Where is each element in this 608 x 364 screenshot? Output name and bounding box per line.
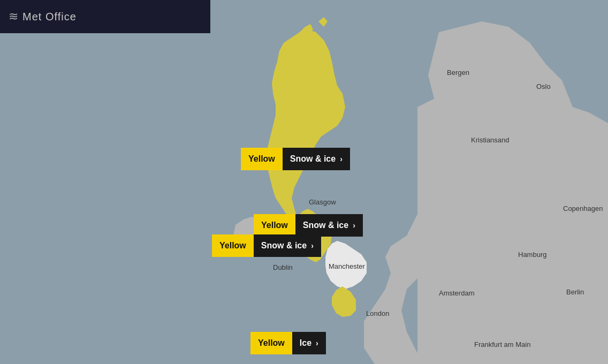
warning-2[interactable]: YellowSnow & ice › bbox=[254, 214, 363, 237]
warning-4-type: Ice › bbox=[292, 332, 326, 354]
logo-waves-icon: ≋ bbox=[9, 10, 18, 24]
warning-1[interactable]: YellowSnow & ice › bbox=[241, 148, 350, 170]
warning-4[interactable]: YellowIce › bbox=[250, 332, 326, 354]
map-svg bbox=[0, 0, 608, 364]
warning-1-level: Yellow bbox=[241, 148, 283, 170]
header-title: Met Office bbox=[22, 11, 77, 23]
warning-4-level: Yellow bbox=[250, 332, 292, 354]
warning-4-chevron-icon: › bbox=[316, 339, 318, 347]
warning-2-level: Yellow bbox=[254, 214, 295, 237]
warning-1-chevron-icon: › bbox=[340, 155, 343, 163]
warning-3-level: Yellow bbox=[212, 234, 254, 257]
map-container: ≋ Met Office BergenOsloKristiansandCopen… bbox=[0, 0, 608, 364]
warning-3-type: Snow & ice › bbox=[254, 234, 321, 257]
warning-3[interactable]: YellowSnow & ice › bbox=[212, 234, 321, 257]
met-office-logo: ≋ Met Office bbox=[9, 10, 77, 24]
header: ≋ Met Office bbox=[0, 0, 210, 33]
warning-2-type: Snow & ice › bbox=[295, 214, 363, 237]
warning-2-chevron-icon: › bbox=[353, 221, 355, 230]
warning-3-chevron-icon: › bbox=[311, 241, 314, 250]
warning-1-type: Snow & ice › bbox=[283, 148, 350, 170]
